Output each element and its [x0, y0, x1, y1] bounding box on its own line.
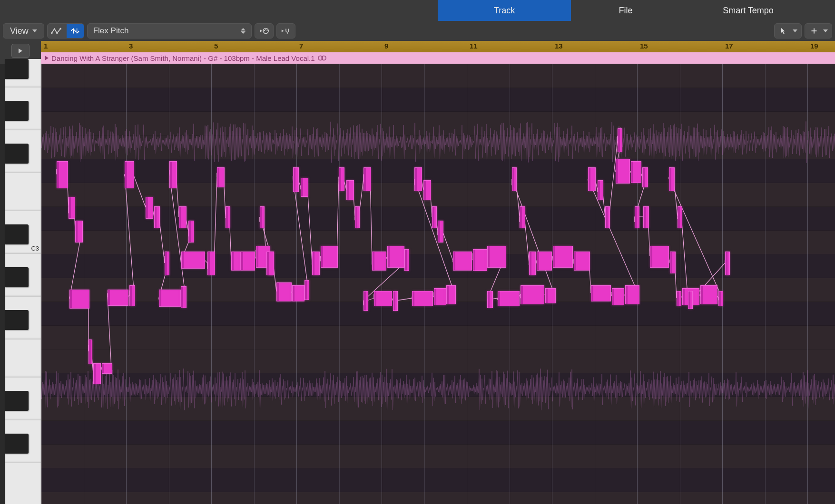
piano-keyboard[interactable]: C3	[0, 64, 41, 504]
pitch-note[interactable]	[93, 363, 101, 384]
pitch-note[interactable]	[520, 206, 525, 228]
catch-playhead-button[interactable]	[11, 44, 29, 58]
pitch-note[interactable]	[129, 285, 135, 306]
automation-toggle[interactable]	[48, 24, 65, 38]
pitch-note[interactable]	[363, 291, 368, 311]
region-header[interactable]: Dancing With A Stranger (Sam Smith, Norm…	[41, 52, 835, 64]
pitch-note[interactable]	[618, 128, 622, 152]
pitch-note[interactable]	[512, 167, 517, 191]
cmd-click-tool[interactable]	[805, 23, 832, 39]
white-key[interactable]	[5, 173, 41, 212]
pitch-note[interactable]	[165, 252, 169, 275]
pitch-note[interactable]	[700, 285, 717, 304]
pitch-note[interactable]	[260, 206, 265, 228]
pitch-note[interactable]	[57, 161, 68, 188]
pitch-note[interactable]	[69, 197, 75, 219]
pitch-note[interactable]	[725, 252, 730, 275]
pitch-note[interactable]	[305, 280, 309, 300]
pitch-note[interactable]	[521, 285, 544, 304]
pitch-note[interactable]	[355, 206, 360, 228]
pitch-note[interactable]	[487, 291, 493, 308]
pitch-note[interactable]	[631, 161, 641, 183]
pitch-note[interactable]	[423, 180, 431, 200]
pitch-note[interactable]	[498, 291, 520, 306]
pitch-note[interactable]	[537, 252, 552, 271]
pitch-note[interactable]	[677, 291, 681, 306]
pitch-note[interactable]	[643, 206, 649, 228]
pitch-note[interactable]	[75, 221, 83, 242]
black-key[interactable]	[5, 59, 29, 79]
pitch-note[interactable]	[529, 252, 536, 275]
black-key[interactable]	[5, 434, 29, 454]
pitch-note[interactable]	[553, 246, 573, 268]
black-key[interactable]	[5, 391, 29, 411]
pitch-note[interactable]	[434, 288, 446, 305]
pitch-note[interactable]	[292, 285, 305, 301]
black-key[interactable]	[5, 310, 29, 330]
pitch-note[interactable]	[102, 363, 112, 374]
left-click-tool[interactable]	[774, 23, 802, 39]
pitch-note[interactable]	[616, 159, 630, 184]
pitch-note[interactable]	[438, 221, 443, 242]
pitch-note[interactable]	[108, 290, 128, 306]
pitch-note[interactable]	[404, 249, 409, 271]
pitch-note[interactable]	[159, 290, 181, 307]
pitch-note[interactable]	[321, 246, 338, 268]
pitch-note[interactable]	[188, 221, 194, 242]
pitch-note[interactable]	[339, 167, 344, 191]
pitch-note[interactable]	[642, 167, 648, 187]
pitch-note[interactable]	[374, 291, 392, 306]
pitch-note[interactable]	[217, 167, 225, 187]
pitch-note[interactable]	[276, 282, 292, 301]
pitch-note[interactable]	[574, 252, 590, 271]
white-key[interactable]	[5, 339, 41, 378]
pitch-note[interactable]	[179, 206, 187, 228]
pitch-note[interactable]	[487, 246, 506, 268]
bar-ruler[interactable]: 135791113151719	[41, 41, 835, 53]
black-key[interactable]	[5, 267, 29, 287]
pitch-note[interactable]	[635, 206, 639, 228]
pitch-note[interactable]	[688, 291, 693, 309]
pitch-note[interactable]	[181, 252, 205, 269]
pitch-note[interactable]	[312, 252, 320, 275]
pitch-note[interactable]	[363, 167, 371, 191]
tab-track[interactable]: Track	[438, 0, 571, 21]
pitch-note[interactable]	[650, 246, 669, 268]
playhead[interactable]	[41, 64, 41, 504]
pitch-note[interactable]	[125, 161, 134, 188]
pitch-note[interactable]	[207, 252, 215, 275]
catch-events-button[interactable]	[276, 23, 295, 39]
view-menu-button[interactable]: View	[3, 23, 44, 39]
pitch-note[interactable]	[545, 288, 556, 303]
tab-file[interactable]: File	[571, 0, 680, 21]
pitch-note[interactable]	[718, 291, 723, 306]
pitch-note[interactable]	[605, 206, 610, 228]
pitch-note[interactable]	[293, 167, 299, 192]
pitch-note[interactable]	[625, 285, 639, 304]
pitch-note[interactable]	[598, 180, 603, 200]
pitch-note[interactable]	[88, 339, 92, 364]
pitch-note[interactable]	[69, 290, 89, 309]
pitch-note[interactable]	[301, 178, 308, 197]
tab-smart-tempo[interactable]: Smart Tempo	[680, 0, 835, 21]
flex-pitch-editor[interactable]	[41, 64, 835, 504]
pitch-note[interactable]	[432, 206, 437, 228]
black-key[interactable]	[5, 144, 29, 164]
pitch-note[interactable]	[446, 285, 456, 304]
pitch-note[interactable]	[412, 291, 433, 306]
pitch-note[interactable]	[393, 291, 398, 311]
pitch-note[interactable]	[588, 167, 596, 191]
pitch-note[interactable]	[181, 286, 187, 308]
flex-toggle[interactable]	[67, 24, 84, 38]
pitch-note[interactable]	[669, 167, 675, 191]
pitch-note[interactable]	[678, 206, 682, 228]
pitch-note[interactable]	[612, 288, 624, 305]
pitch-note[interactable]	[670, 252, 676, 273]
pitch-note[interactable]	[231, 252, 241, 271]
pitch-note[interactable]	[387, 246, 404, 268]
white-key[interactable]	[5, 463, 41, 504]
pitch-note[interactable]	[169, 161, 177, 188]
pitch-note[interactable]	[346, 180, 354, 200]
pitch-note[interactable]	[226, 206, 230, 228]
pitch-note[interactable]	[414, 167, 422, 191]
